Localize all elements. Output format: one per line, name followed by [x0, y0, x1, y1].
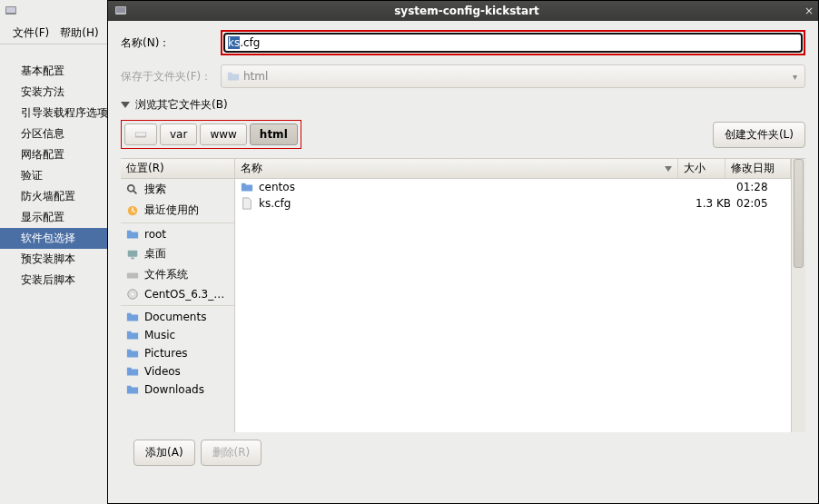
- folder-icon: [126, 228, 139, 241]
- column-date[interactable]: 修改日期: [725, 159, 791, 178]
- file-row[interactable]: ks.cfg 1.3 KB 02:05: [235, 195, 791, 212]
- sidebar-item-selected[interactable]: 软件包选择: [0, 228, 107, 249]
- drive-icon: [134, 128, 147, 141]
- sidebar-item[interactable]: 验证: [0, 165, 107, 186]
- sidebar-item[interactable]: 安装方法: [0, 82, 107, 103]
- svg-rect-5: [136, 133, 146, 136]
- filename-input[interactable]: [223, 33, 803, 53]
- close-button[interactable]: ×: [800, 5, 818, 17]
- svg-rect-1: [6, 7, 15, 13]
- add-place-button[interactable]: 添加(A): [133, 440, 195, 466]
- sidebar-item[interactable]: 防火墙配置: [0, 186, 107, 207]
- breadcrumb-segment-active[interactable]: html: [250, 124, 298, 145]
- place-desktop[interactable]: 桌面: [121, 243, 234, 264]
- place-disc[interactable]: CentOS_6.3_…: [121, 285, 234, 303]
- expander-triangle-icon: [121, 102, 130, 108]
- svg-rect-10: [127, 272, 138, 278]
- folder-icon: [126, 347, 139, 360]
- name-input-highlight: [221, 30, 805, 55]
- search-icon: [126, 183, 139, 196]
- file-browser: 位置(R) 搜索 最近使用的 root 桌面 文件系统 CentOS_6.3_……: [121, 158, 805, 432]
- column-size[interactable]: 大小: [678, 159, 725, 178]
- sort-indicator-icon: [665, 166, 672, 172]
- dialog-titlebar: system-config-kickstart ×: [108, 1, 818, 21]
- name-label: 名称(N)：: [121, 35, 221, 51]
- scrollbar-thumb[interactable]: [794, 159, 804, 268]
- breadcrumb-root[interactable]: [124, 124, 157, 145]
- create-folder-button[interactable]: 创建文件夹(L): [713, 122, 805, 148]
- sidebar-item[interactable]: 安装后脚本: [0, 270, 107, 291]
- sidebar-item[interactable]: 分区信息: [0, 124, 107, 144]
- place-recent[interactable]: 最近使用的: [121, 200, 234, 221]
- files-scrollbar[interactable]: [791, 159, 805, 432]
- sidebar-item[interactable]: 引导装载程序选项: [0, 103, 107, 124]
- sidebar-item[interactable]: 基本配置: [0, 61, 107, 82]
- save-dialog: system-config-kickstart × 名称(N)： 保存于文件夹(…: [107, 0, 819, 504]
- place-documents[interactable]: Documents: [121, 308, 234, 326]
- drive-icon: [126, 269, 139, 282]
- sidebar-nav: 基本配置 安装方法 引导装载程序选项 分区信息 网络配置 验证 防火墙配置 显示…: [0, 61, 107, 291]
- place-search[interactable]: 搜索: [121, 179, 234, 200]
- svg-point-12: [132, 293, 134, 296]
- folder-icon: [126, 365, 139, 378]
- sidebar-item[interactable]: 显示配置: [0, 207, 107, 228]
- folder-icon: [126, 311, 139, 323]
- svg-rect-3: [116, 7, 125, 13]
- main-window: 文件(F) 帮助(H) 基本配置 安装方法 引导装载程序选项 分区信息 网络配置…: [0, 0, 107, 504]
- place-pictures[interactable]: Pictures: [121, 344, 234, 362]
- sidebar-item[interactable]: 网络配置: [0, 144, 107, 165]
- clock-icon: [126, 204, 139, 217]
- breadcrumb-highlight: var www html: [121, 120, 301, 149]
- places-header[interactable]: 位置(R): [121, 159, 234, 179]
- files-body[interactable]: 名称 大小 修改日期 centos 01:28 ks.cfg 1.3 KB: [235, 159, 791, 432]
- place-videos[interactable]: Videos: [121, 362, 234, 380]
- desktop-icon: [126, 248, 139, 261]
- save-in-label: 保存于文件夹(F)：: [121, 69, 221, 84]
- breadcrumb-segment[interactable]: www: [200, 124, 246, 145]
- place-downloads[interactable]: Downloads: [121, 380, 234, 399]
- file-icon: [241, 197, 253, 210]
- files-header: 名称 大小 修改日期: [235, 159, 791, 179]
- place-root[interactable]: root: [121, 225, 234, 243]
- browse-label: 浏览其它文件夹(B): [135, 97, 228, 113]
- folder-icon: [241, 181, 253, 193]
- folder-icon: [227, 70, 240, 83]
- save-folder-combo[interactable]: html: [221, 64, 805, 88]
- breadcrumb-segment[interactable]: var: [160, 124, 197, 145]
- dialog-title: system-config-kickstart: [133, 5, 800, 17]
- folder-icon: [126, 383, 139, 396]
- place-filesystem[interactable]: 文件系统: [121, 264, 234, 285]
- menu-file[interactable]: 文件(F): [13, 25, 49, 41]
- svg-rect-9: [131, 257, 134, 259]
- browse-expander[interactable]: 浏览其它文件夹(B): [121, 97, 805, 113]
- menu-help[interactable]: 帮助(H): [60, 25, 98, 41]
- disc-icon: [126, 288, 139, 301]
- app-icon: [4, 4, 18, 18]
- files-panel: 名称 大小 修改日期 centos 01:28 ks.cfg 1.3 KB: [235, 159, 805, 432]
- places-panel: 位置(R) 搜索 最近使用的 root 桌面 文件系统 CentOS_6.3_……: [121, 159, 235, 432]
- file-row[interactable]: centos 01:28: [235, 179, 791, 195]
- folder-icon: [126, 329, 139, 341]
- column-name[interactable]: 名称: [235, 159, 678, 178]
- place-music[interactable]: Music: [121, 326, 234, 344]
- app-icon: [113, 4, 128, 18]
- svg-rect-8: [128, 250, 138, 256]
- remove-place-button: 删除(R): [201, 440, 262, 466]
- save-folder-value: html: [243, 70, 268, 83]
- main-menubar: 文件(F) 帮助(H): [0, 22, 107, 44]
- svg-point-6: [128, 184, 134, 191]
- sidebar-item[interactable]: 预安装脚本: [0, 249, 107, 270]
